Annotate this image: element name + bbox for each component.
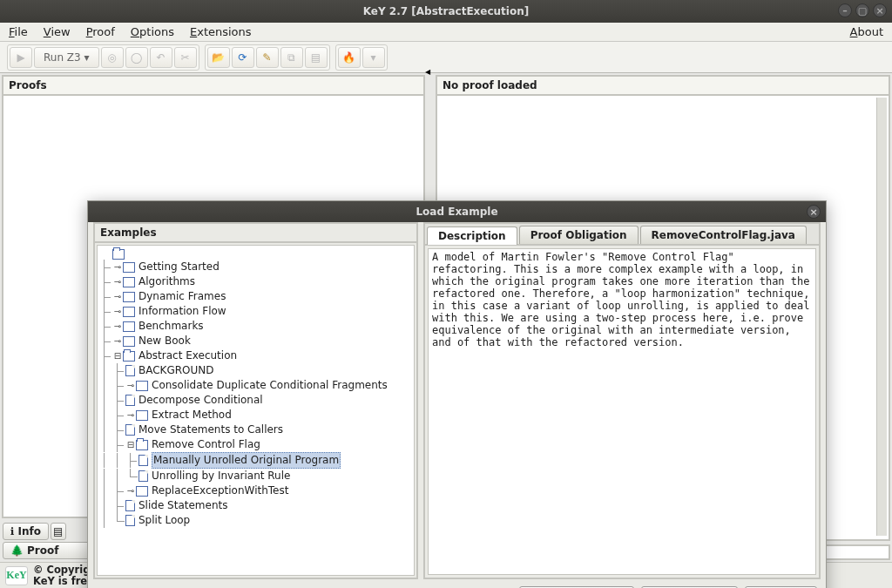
window-title: KeY 2.7 [AbstractExecution] [363,5,530,17]
menu-file[interactable]: File [5,24,31,40]
tab-info[interactable]: ℹ Info [3,523,49,540]
folder-icon [136,486,148,497]
examples-section-title: Examples [95,224,416,243]
menu-options[interactable]: Options [127,24,178,40]
folder-icon [136,410,148,421]
tree-item[interactable]: Benchmarks [139,319,204,334]
flame-icon[interactable]: 🔥 [338,47,361,68]
folder-icon [123,321,135,332]
collapse-icon[interactable]: ⊸ [112,260,123,274]
tab-source-file[interactable]: RemoveControlFlag.java [640,226,807,244]
open-folder-icon[interactable]: 📂 [207,47,230,68]
collapse-icon[interactable]: ⊸ [125,483,136,498]
tree-item-selected[interactable]: Manually Unrolled Original Program [152,452,341,469]
example-detail-panel: Description Proof Obligation RemoveContr… [423,222,821,579]
dialog-titlebar: Load Example × [88,201,826,222]
collapse-icon[interactable]: ⊸ [112,334,123,348]
tree-item-remove-control-flag[interactable]: Remove Control Flag [152,437,260,452]
file-icon [125,515,135,526]
folder-icon [123,292,135,302]
examples-tree[interactable]: ⊸Getting Started ⊸Algorithms ⊸Dynamic Fr… [97,245,415,576]
toolbar: ▶ Run Z3 ▾ ◎ ◯ ↶ ✂ 📂 ⟳ ✎ ⧉ ▤ 🔥 ▾ [0,42,892,73]
menu-view[interactable]: View [40,24,74,40]
tree-item[interactable]: New Book [139,334,191,348]
folder-icon [123,262,135,273]
refresh-icon[interactable]: ⟳ [232,47,254,68]
key-logo-icon: KeY [5,566,28,585]
maximize-icon[interactable]: ▢ [855,3,869,17]
tree-item[interactable]: BACKGROUND [139,363,214,378]
tab-toggle[interactable]: ▤ [51,523,66,540]
minimize-icon[interactable]: – [838,3,852,17]
folder-icon [136,381,148,391]
collapse-icon[interactable]: ⊸ [112,274,123,289]
scrollbar[interactable] [876,98,887,536]
info-icon: ℹ [10,525,15,537]
folder-icon [136,440,148,450]
collapse-icon[interactable]: ⊸ [112,304,123,319]
cut-icon[interactable]: ✂ [174,47,197,68]
folder-icon [123,336,135,347]
file-icon [125,365,135,376]
description-text: A model of Martin Fowler's "Remove Contr… [428,248,816,575]
tree-item[interactable]: Consolidate Duplicate Conditional Fragme… [152,378,388,393]
collapse-icon[interactable]: ⊸ [112,289,123,304]
tree-item[interactable]: Getting Started [139,260,220,274]
tree-item[interactable]: Move Statements to Callers [139,422,283,437]
edit-icon[interactable]: ✎ [256,47,279,68]
undo-icon[interactable]: ↶ [150,47,172,68]
file-icon [125,500,135,511]
tree-item[interactable]: Algorithms [139,274,195,289]
folder-icon [123,277,135,287]
run-z3-label: Run Z3 [44,51,81,64]
proofs-panel-title: Proofs [3,77,423,96]
file-icon [125,424,135,436]
dialog-buttons: Load Example Load Proof Cancel [88,579,826,588]
tree-item[interactable]: Slide Statements [139,498,228,513]
collapse-icon[interactable]: ⊸ [125,378,136,393]
collapse-icon[interactable]: ⊸ [125,408,136,422]
menu-extensions[interactable]: Extensions [186,24,255,40]
no-proof-title: No proof loaded [437,77,889,96]
tree-item[interactable]: Extract Method [152,408,232,422]
file-icon [125,395,135,406]
tree-item[interactable]: ReplaceExceptionWithTest [152,483,288,498]
menu-proof[interactable]: Proof [83,24,118,40]
tree-item-abstract-execution[interactable]: Abstract Execution [139,348,237,363]
doc-icon[interactable]: ▤ [305,47,328,68]
copy-icon[interactable]: ⧉ [280,47,303,68]
menu-about[interactable]: About [847,24,887,40]
dialog-title: Load Example [416,206,497,218]
folder-icon [123,307,135,317]
tab-proof-label: Proof [27,544,58,557]
examples-panel: Examples ⊸Getting Started ⊸Algorithms ⊸D… [93,222,418,579]
menubar: File View Proof Options Extensions About [0,23,892,42]
target-icon[interactable]: ◎ [101,47,124,68]
dialog-close-icon[interactable]: × [807,205,821,219]
window-titlebar: KeY 2.7 [AbstractExecution] – ▢ × [0,0,892,23]
folder-icon [123,351,135,362]
detail-tabs: Description Proof Obligation RemoveContr… [425,224,819,246]
tree-item[interactable]: Unrolling by Invariant Rule [152,469,290,483]
tree-item[interactable]: Split Loop [139,513,190,528]
close-icon[interactable]: × [873,3,887,17]
collapse-icon[interactable]: ⊸ [112,319,123,334]
expand-icon[interactable]: ⊟ [112,348,123,363]
file-icon [139,470,148,482]
tab-description[interactable]: Description [427,226,517,245]
tab-info-label: Info [18,525,41,537]
file-icon [139,455,148,466]
tab-proof-obligation[interactable]: Proof Obligation [519,226,639,244]
load-example-dialog: Load Example × Examples ⊸Getting Started… [87,200,827,588]
circle-icon[interactable]: ◯ [125,47,148,68]
tree-icon: 🌲 [10,544,24,557]
expand-icon[interactable]: ⊟ [125,437,136,452]
folder-icon [112,249,125,260]
tree-item[interactable]: Decompose Conditional [139,393,263,408]
tree-item[interactable]: Dynamic Frames [139,289,226,304]
dropdown-icon[interactable]: ▾ [362,47,385,68]
main-area: Proofs ℹ Info ▤ 🌲 Proof ◀ No proof loade… [0,73,892,562]
tree-item[interactable]: Information Flow [139,304,226,319]
play-icon[interactable]: ▶ [10,47,32,68]
run-z3-button[interactable]: Run Z3 ▾ [34,47,99,68]
